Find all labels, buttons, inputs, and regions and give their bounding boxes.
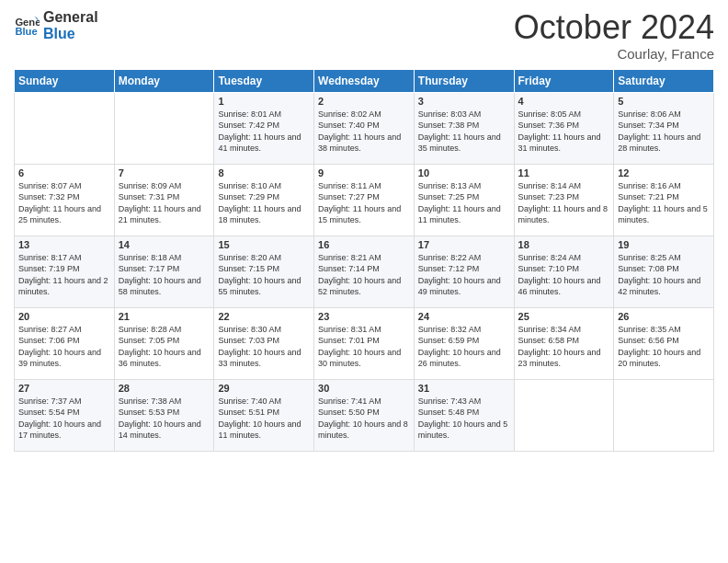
day-info: Sunrise: 8:07 AM Sunset: 7:32 PM Dayligh… <box>18 180 110 226</box>
day-cell: 30Sunrise: 7:41 AM Sunset: 5:50 PM Dayli… <box>314 379 415 451</box>
month-title: October 2024 <box>514 9 714 46</box>
day-cell: 4Sunrise: 8:05 AM Sunset: 7:36 PM Daylig… <box>514 92 614 164</box>
day-number: 6 <box>18 167 110 178</box>
day-cell: 10Sunrise: 8:13 AM Sunset: 7:25 PM Dayli… <box>414 164 514 236</box>
day-info: Sunrise: 8:24 AM Sunset: 7:10 PM Dayligh… <box>518 252 610 298</box>
day-number: 4 <box>518 96 610 107</box>
day-number: 25 <box>518 311 610 322</box>
day-info: Sunrise: 7:41 AM Sunset: 5:50 PM Dayligh… <box>318 396 410 442</box>
day-info: Sunrise: 8:06 AM Sunset: 7:34 PM Dayligh… <box>618 109 710 155</box>
header-thursday: Thursday <box>414 69 514 92</box>
day-number: 12 <box>618 167 710 178</box>
day-cell: 1Sunrise: 8:01 AM Sunset: 7:42 PM Daylig… <box>214 92 314 164</box>
day-cell: 18Sunrise: 8:24 AM Sunset: 7:10 PM Dayli… <box>514 236 614 307</box>
day-info: Sunrise: 8:05 AM Sunset: 7:36 PM Dayligh… <box>518 109 610 155</box>
day-info: Sunrise: 8:28 AM Sunset: 7:05 PM Dayligh… <box>119 324 210 370</box>
day-number: 11 <box>518 167 610 178</box>
header-tuesday: Tuesday <box>214 69 314 92</box>
day-cell: 5Sunrise: 8:06 AM Sunset: 7:34 PM Daylig… <box>614 92 714 164</box>
day-number: 13 <box>18 239 110 250</box>
header-friday: Friday <box>514 69 614 92</box>
header-saturday: Saturday <box>614 69 714 92</box>
day-number: 7 <box>119 167 210 178</box>
page: General Blue General Blue October 2024 C… <box>0 0 728 563</box>
day-number: 30 <box>318 383 410 394</box>
day-cell <box>614 379 714 451</box>
day-cell <box>15 92 115 164</box>
day-number: 3 <box>418 96 510 107</box>
day-number: 10 <box>418 167 510 178</box>
svg-text:Blue: Blue <box>15 25 37 36</box>
day-number: 31 <box>418 383 510 394</box>
week-row-5: 27Sunrise: 7:37 AM Sunset: 5:54 PM Dayli… <box>15 379 714 451</box>
calendar: Sunday Monday Tuesday Wednesday Thursday… <box>14 69 714 452</box>
location: Courlay, France <box>514 46 714 62</box>
day-info: Sunrise: 8:02 AM Sunset: 7:40 PM Dayligh… <box>318 109 410 155</box>
day-cell: 25Sunrise: 8:34 AM Sunset: 6:58 PM Dayli… <box>514 307 614 379</box>
header-wednesday: Wednesday <box>314 69 415 92</box>
day-info: Sunrise: 8:03 AM Sunset: 7:38 PM Dayligh… <box>418 109 510 155</box>
day-cell: 7Sunrise: 8:09 AM Sunset: 7:31 PM Daylig… <box>114 164 214 236</box>
day-number: 9 <box>318 167 410 178</box>
day-cell: 9Sunrise: 8:11 AM Sunset: 7:27 PM Daylig… <box>314 164 415 236</box>
day-info: Sunrise: 8:09 AM Sunset: 7:31 PM Dayligh… <box>119 180 210 226</box>
day-cell: 17Sunrise: 8:22 AM Sunset: 7:12 PM Dayli… <box>414 236 514 307</box>
day-cell: 14Sunrise: 8:18 AM Sunset: 7:17 PM Dayli… <box>114 236 214 307</box>
day-cell: 3Sunrise: 8:03 AM Sunset: 7:38 PM Daylig… <box>414 92 514 164</box>
day-cell: 24Sunrise: 8:32 AM Sunset: 6:59 PM Dayli… <box>414 307 514 379</box>
day-cell: 13Sunrise: 8:17 AM Sunset: 7:19 PM Dayli… <box>15 236 115 307</box>
day-cell <box>514 379 614 451</box>
day-number: 28 <box>119 383 210 394</box>
day-info: Sunrise: 8:32 AM Sunset: 6:59 PM Dayligh… <box>418 324 510 370</box>
day-info: Sunrise: 8:10 AM Sunset: 7:29 PM Dayligh… <box>218 180 310 226</box>
day-cell: 11Sunrise: 8:14 AM Sunset: 7:23 PM Dayli… <box>514 164 614 236</box>
day-info: Sunrise: 8:21 AM Sunset: 7:14 PM Dayligh… <box>318 252 410 298</box>
day-info: Sunrise: 7:40 AM Sunset: 5:51 PM Dayligh… <box>218 396 310 442</box>
day-cell: 26Sunrise: 8:35 AM Sunset: 6:56 PM Dayli… <box>614 307 714 379</box>
day-info: Sunrise: 8:13 AM Sunset: 7:25 PM Dayligh… <box>418 180 510 226</box>
day-info: Sunrise: 8:01 AM Sunset: 7:42 PM Dayligh… <box>218 109 310 155</box>
logo-icon: General Blue <box>14 13 40 39</box>
week-row-3: 13Sunrise: 8:17 AM Sunset: 7:19 PM Dayli… <box>15 236 714 307</box>
title-block: October 2024 Courlay, France <box>514 9 714 62</box>
day-info: Sunrise: 8:34 AM Sunset: 6:58 PM Dayligh… <box>518 324 610 370</box>
day-cell: 2Sunrise: 8:02 AM Sunset: 7:40 PM Daylig… <box>314 92 415 164</box>
day-info: Sunrise: 8:35 AM Sunset: 6:56 PM Dayligh… <box>618 324 710 370</box>
day-number: 29 <box>218 383 310 394</box>
week-row-2: 6Sunrise: 8:07 AM Sunset: 7:32 PM Daylig… <box>15 164 714 236</box>
logo-general: General <box>43 9 98 26</box>
day-number: 15 <box>218 239 310 250</box>
day-number: 21 <box>119 311 210 322</box>
day-number: 23 <box>318 311 410 322</box>
day-info: Sunrise: 8:17 AM Sunset: 7:19 PM Dayligh… <box>18 252 110 298</box>
day-info: Sunrise: 8:20 AM Sunset: 7:15 PM Dayligh… <box>218 252 310 298</box>
logo-blue: Blue <box>43 26 98 42</box>
day-info: Sunrise: 8:27 AM Sunset: 7:06 PM Dayligh… <box>18 324 110 370</box>
header: General Blue General Blue October 2024 C… <box>14 9 714 62</box>
day-cell: 15Sunrise: 8:20 AM Sunset: 7:15 PM Dayli… <box>214 236 314 307</box>
header-monday: Monday <box>114 69 214 92</box>
day-cell: 16Sunrise: 8:21 AM Sunset: 7:14 PM Dayli… <box>314 236 415 307</box>
day-info: Sunrise: 8:11 AM Sunset: 7:27 PM Dayligh… <box>318 180 410 226</box>
day-number: 14 <box>119 239 210 250</box>
day-info: Sunrise: 7:38 AM Sunset: 5:53 PM Dayligh… <box>119 396 210 442</box>
day-cell: 12Sunrise: 8:16 AM Sunset: 7:21 PM Dayli… <box>614 164 714 236</box>
day-info: Sunrise: 7:43 AM Sunset: 5:48 PM Dayligh… <box>418 396 510 442</box>
day-cell <box>114 92 214 164</box>
day-number: 19 <box>618 239 710 250</box>
day-number: 26 <box>618 311 710 322</box>
day-cell: 28Sunrise: 7:38 AM Sunset: 5:53 PM Dayli… <box>114 379 214 451</box>
weekday-header-row: Sunday Monday Tuesday Wednesday Thursday… <box>15 69 714 92</box>
day-number: 5 <box>618 96 710 107</box>
day-info: Sunrise: 8:16 AM Sunset: 7:21 PM Dayligh… <box>618 180 710 226</box>
day-info: Sunrise: 8:22 AM Sunset: 7:12 PM Dayligh… <box>418 252 510 298</box>
day-number: 20 <box>18 311 110 322</box>
day-cell: 31Sunrise: 7:43 AM Sunset: 5:48 PM Dayli… <box>414 379 514 451</box>
day-info: Sunrise: 8:18 AM Sunset: 7:17 PM Dayligh… <box>119 252 210 298</box>
day-cell: 23Sunrise: 8:31 AM Sunset: 7:01 PM Dayli… <box>314 307 415 379</box>
day-cell: 20Sunrise: 8:27 AM Sunset: 7:06 PM Dayli… <box>15 307 115 379</box>
day-number: 18 <box>518 239 610 250</box>
day-info: Sunrise: 8:30 AM Sunset: 7:03 PM Dayligh… <box>218 324 310 370</box>
header-sunday: Sunday <box>15 69 115 92</box>
day-info: Sunrise: 8:14 AM Sunset: 7:23 PM Dayligh… <box>518 180 610 226</box>
